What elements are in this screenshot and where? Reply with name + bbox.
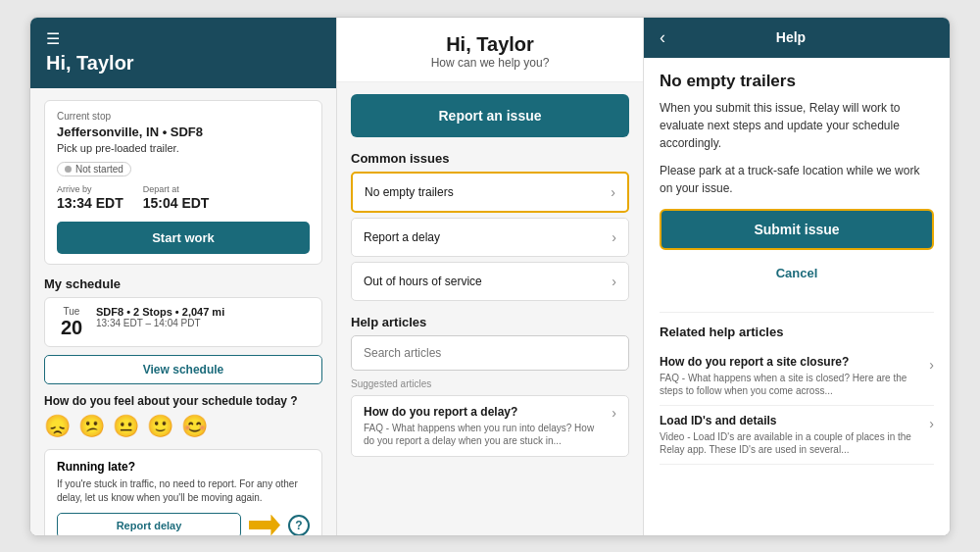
arrive-label: Arrive by xyxy=(57,184,123,194)
park-notice: Please park at a truck-safe location whi… xyxy=(660,162,934,197)
cancel-button[interactable]: Cancel xyxy=(660,258,934,288)
article-item-1[interactable]: How do you report a delay? FAQ - What ha… xyxy=(351,395,629,457)
view-schedule-button[interactable]: View schedule xyxy=(44,355,322,384)
p2-subtitle: How can we help you? xyxy=(353,56,627,70)
arrow-icon xyxy=(249,515,280,535)
p1-body: Current stop Jeffersonville, IN • SDF8 P… xyxy=(30,88,336,535)
help-articles-title: Help articles xyxy=(351,315,629,329)
depart-time: 15:04 EDT xyxy=(143,195,210,211)
suggested-label: Suggested articles xyxy=(351,378,629,389)
start-work-button[interactable]: Start work xyxy=(57,222,310,254)
issue-label-3: Out of hours of service xyxy=(364,275,482,288)
article-content-1: How do you report a delay? FAQ - What ha… xyxy=(364,405,604,447)
help-circle-icon[interactable]: ? xyxy=(288,515,310,535)
mood-icon-4[interactable]: 🙂 xyxy=(147,414,173,439)
schedule-route: SDF8 • 2 Stops • 2,047 mi xyxy=(96,306,310,318)
issue-item-report-delay[interactable]: Report a delay › xyxy=(351,218,629,257)
related-title-1: How do you report a site closure? xyxy=(660,355,923,369)
report-issue-button[interactable]: Report an issue xyxy=(351,94,629,137)
arrive-block: Arrive by 13:34 EDT xyxy=(57,184,123,212)
divider xyxy=(660,312,934,313)
mood-icons: 😞 😕 😐 🙂 😊 xyxy=(44,414,322,439)
late-footer: Report delay ? xyxy=(57,513,310,535)
issue-heading: No empty trailers xyxy=(660,72,934,91)
chevron-right-icon-article: › xyxy=(612,405,616,421)
current-stop-label: Current stop xyxy=(57,111,310,122)
article-desc-1: FAQ - What happens when you run into del… xyxy=(364,422,604,447)
related-article-content-1: How do you report a site closure? FAQ - … xyxy=(660,355,923,397)
p2-body: Report an issue Common issues No empty t… xyxy=(337,82,643,535)
depart-label: Depart at xyxy=(143,184,210,194)
back-arrow-icon[interactable]: ‹ xyxy=(660,27,665,48)
submit-issue-button[interactable]: Submit issue xyxy=(660,209,934,250)
search-articles-input[interactable] xyxy=(351,335,629,371)
related-desc-2: Video - Load ID's are available in a cou… xyxy=(660,430,923,456)
article-title-1: How do you report a delay? xyxy=(364,405,604,419)
p1-header: ☰ Hi, Taylor xyxy=(30,18,336,88)
mood-icon-1[interactable]: 😞 xyxy=(44,414,71,439)
p2-header: Hi, Taylor How can we help you? xyxy=(337,18,643,82)
common-issues-section: Common issues No empty trailers › Report… xyxy=(351,151,629,301)
times-row: Arrive by 13:34 EDT Depart at 15:04 EDT xyxy=(57,184,310,212)
depart-block: Depart at 15:04 EDT xyxy=(143,184,210,212)
chevron-right-icon-3: › xyxy=(612,274,616,289)
related-title-2: Load ID's and details xyxy=(660,414,923,427)
late-text: If you're stuck in traffic, no need to r… xyxy=(57,477,310,505)
p1-greeting: Hi, Taylor xyxy=(46,52,320,75)
issue-description: When you submit this issue, Relay will w… xyxy=(660,99,934,152)
related-desc-1: FAQ - What happens when a site is closed… xyxy=(660,372,923,397)
current-stop-card: Current stop Jeffersonville, IN • SDF8 P… xyxy=(44,100,322,265)
p3-header-title: Help xyxy=(675,29,906,45)
schedule-time: 13:34 EDT – 14:04 PDT xyxy=(96,318,310,328)
p3-header: ‹ Help xyxy=(644,18,950,58)
panel-main: ☰ Hi, Taylor Current stop Jeffersonville… xyxy=(30,18,337,535)
related-heading: Related help articles xyxy=(660,325,934,339)
panel-issue-detail: ‹ Help No empty trailers When you submit… xyxy=(644,18,950,535)
panel-help: Hi, Taylor How can we help you? Report a… xyxy=(337,18,644,535)
p2-greeting: Hi, Taylor xyxy=(353,33,627,56)
chevron-right-icon-2: › xyxy=(612,229,616,245)
status-text: Not started xyxy=(75,164,123,175)
day-of-month: 20 xyxy=(57,317,86,338)
common-issues-title: Common issues xyxy=(351,151,629,166)
status-dot xyxy=(65,166,72,173)
schedule-day: Tue 20 xyxy=(57,306,86,338)
schedule-title: My schedule xyxy=(44,276,322,291)
stop-instruction: Pick up pre-loaded trailer. xyxy=(57,142,310,154)
menu-icon[interactable]: ☰ xyxy=(46,29,320,48)
mood-icon-3[interactable]: 😐 xyxy=(113,414,139,439)
schedule-info: SDF8 • 2 Stops • 2,047 mi 13:34 EDT – 14… xyxy=(96,306,310,328)
related-article-2[interactable]: Load ID's and details Video - Load ID's … xyxy=(660,406,934,465)
status-badge: Not started xyxy=(57,162,131,176)
mood-icon-5[interactable]: 😊 xyxy=(181,414,208,439)
issue-label-2: Report a delay xyxy=(364,230,440,244)
mood-section: How do you feel about your schedule toda… xyxy=(44,394,322,439)
mood-icon-2[interactable]: 😕 xyxy=(78,414,105,439)
stop-location: Jeffersonville, IN • SDF8 xyxy=(57,125,310,139)
p3-body: No empty trailers When you submit this i… xyxy=(644,58,950,535)
late-title: Running late? xyxy=(57,460,310,474)
late-card: Running late? If you're stuck in traffic… xyxy=(44,449,322,535)
related-article-content-2: Load ID's and details Video - Load ID's … xyxy=(660,414,923,456)
related-article-1[interactable]: How do you report a site closure? FAQ - … xyxy=(660,347,934,406)
related-chevron-2: › xyxy=(929,416,934,431)
issue-item-no-empty-trailers[interactable]: No empty trailers › xyxy=(351,172,629,213)
issue-label-1: No empty trailers xyxy=(365,185,454,199)
related-chevron-1: › xyxy=(929,357,934,373)
day-of-week: Tue xyxy=(57,306,86,317)
chevron-right-icon-1: › xyxy=(611,184,615,200)
schedule-card: Tue 20 SDF8 • 2 Stops • 2,047 mi 13:34 E… xyxy=(44,297,322,347)
issue-item-out-of-hours[interactable]: Out of hours of service › xyxy=(351,262,629,301)
arrive-time: 13:34 EDT xyxy=(57,195,123,211)
mood-question: How do you feel about your schedule toda… xyxy=(44,394,322,408)
report-delay-button[interactable]: Report delay xyxy=(57,513,241,535)
help-articles-section: Help articles Suggested articles How do … xyxy=(351,315,629,457)
